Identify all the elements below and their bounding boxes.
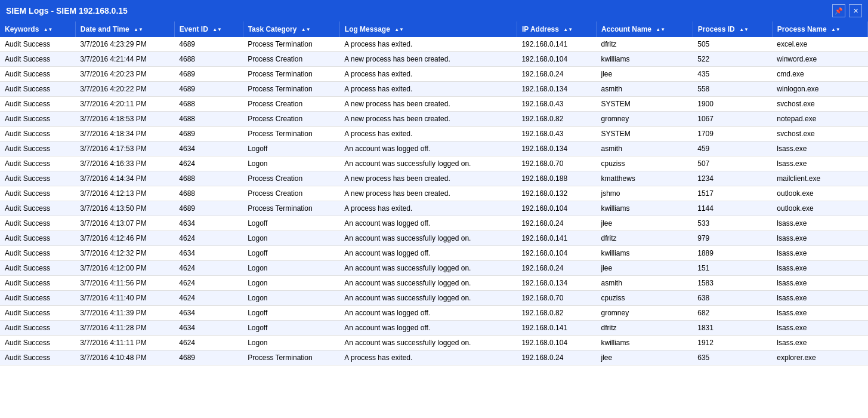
cell-taskCategory: Process Termination <box>243 201 339 216</box>
cell-logMessage: A new process has been created. <box>339 112 517 127</box>
cell-keywords: Audit Success <box>0 67 75 82</box>
cell-ipAddress: 192.168.0.43 <box>517 97 596 112</box>
cell-dateTime: 3/7/2016 4:20:11 PM <box>75 97 174 112</box>
cell-ipAddress: 192.168.0.82 <box>517 112 596 127</box>
cell-processId: 435 <box>693 67 772 82</box>
cell-processName: lsass.exe <box>772 291 867 306</box>
cell-processName: lsass.exe <box>772 336 867 351</box>
cell-processId: 1234 <box>693 171 772 186</box>
cell-dateTime: 3/7/2016 4:11:11 PM <box>75 336 174 351</box>
table-row[interactable]: Audit Success3/7/2016 4:12:13 PM4688Proc… <box>0 186 868 201</box>
cell-logMessage: An account was successfully logged on. <box>339 336 517 351</box>
col-processid[interactable]: Process ID ▲▼ <box>693 21 772 37</box>
cell-processName: svchost.exe <box>772 127 867 142</box>
cell-logMessage: A new process has been created. <box>339 186 517 201</box>
cell-keywords: Audit Success <box>0 171 75 186</box>
cell-processId: 1709 <box>693 127 772 142</box>
col-taskcategory[interactable]: Task Category ▲▼ <box>243 21 339 37</box>
cell-taskCategory: Process Creation <box>243 171 339 186</box>
table-row[interactable]: Audit Success3/7/2016 4:20:11 PM4688Proc… <box>0 97 868 112</box>
cell-accountName: gromney <box>597 112 693 127</box>
table-row[interactable]: Audit Success3/7/2016 4:12:32 PM4634Logo… <box>0 246 868 261</box>
cell-eventId: 4688 <box>174 112 243 127</box>
table-row[interactable]: Audit Success3/7/2016 4:11:39 PM4634Logo… <box>0 306 868 321</box>
cell-ipAddress: 192.168.0.82 <box>517 306 596 321</box>
cell-eventId: 4689 <box>174 37 243 52</box>
cell-accountName: gromney <box>597 306 693 321</box>
cell-logMessage: A process has exited. <box>339 82 517 97</box>
table-row[interactable]: Audit Success3/7/2016 4:12:46 PM4624Logo… <box>0 231 868 246</box>
cell-ipAddress: 192.168.0.24 <box>517 67 596 82</box>
col-ipaddress[interactable]: IP Address ▲▼ <box>517 21 596 37</box>
table-row[interactable]: Audit Success3/7/2016 4:21:44 PM4688Proc… <box>0 52 868 67</box>
cell-taskCategory: Process Termination <box>243 67 339 82</box>
cell-processId: 1900 <box>693 97 772 112</box>
col-processname[interactable]: Process Name ▲▼ <box>772 21 867 37</box>
table-row[interactable]: Audit Success3/7/2016 4:18:34 PM4689Proc… <box>0 127 868 142</box>
cell-logMessage: An account was successfully logged on. <box>339 261 517 276</box>
cell-keywords: Audit Success <box>0 321 75 336</box>
cell-keywords: Audit Success <box>0 231 75 246</box>
cell-accountName: asmith <box>597 82 693 97</box>
cell-accountName: dfritz <box>597 321 693 336</box>
cell-keywords: Audit Success <box>0 142 75 156</box>
table-row[interactable]: Audit Success3/7/2016 4:11:11 PM4624Logo… <box>0 336 868 351</box>
cell-dateTime: 3/7/2016 4:18:53 PM <box>75 112 174 127</box>
cell-eventId: 4634 <box>174 306 243 321</box>
cell-taskCategory: Logoff <box>243 306 339 321</box>
table-row[interactable]: Audit Success3/7/2016 4:11:40 PM4624Logo… <box>0 291 868 306</box>
col-datetime[interactable]: Date and Time ▲▼ <box>75 21 174 37</box>
table-row[interactable]: Audit Success3/7/2016 4:16:33 PM4624Logo… <box>0 156 868 171</box>
table-row[interactable]: Audit Success3/7/2016 4:18:53 PM4688Proc… <box>0 112 868 127</box>
cell-processName: cmd.exe <box>772 67 867 82</box>
cell-dateTime: 3/7/2016 4:13:07 PM <box>75 216 174 231</box>
cell-logMessage: An account was logged off. <box>339 142 517 156</box>
cell-keywords: Audit Success <box>0 37 75 52</box>
cell-taskCategory: Process Creation <box>243 97 339 112</box>
cell-ipAddress: 192.168.0.70 <box>517 291 596 306</box>
title-bar: SIEM Logs - SIEM 192.168.0.15 📌 ✕ <box>0 0 868 21</box>
table-row[interactable]: Audit Success3/7/2016 4:17:53 PM4634Logo… <box>0 142 868 156</box>
table-row[interactable]: Audit Success3/7/2016 4:12:00 PM4624Logo… <box>0 261 868 276</box>
cell-processId: 635 <box>693 351 772 365</box>
cell-logMessage: A new process has been created. <box>339 171 517 186</box>
cell-keywords: Audit Success <box>0 186 75 201</box>
cell-taskCategory: Logon <box>243 276 339 291</box>
cell-ipAddress: 192.168.0.104 <box>517 201 596 216</box>
cell-accountName: jshmo <box>597 186 693 201</box>
table-row[interactable]: Audit Success3/7/2016 4:10:48 PM4689Proc… <box>0 351 868 365</box>
cell-taskCategory: Process Termination <box>243 127 339 142</box>
cell-accountName: dfritz <box>597 37 693 52</box>
cell-keywords: Audit Success <box>0 291 75 306</box>
cell-accountName: cpuziss <box>597 156 693 171</box>
cell-dateTime: 3/7/2016 4:23:29 PM <box>75 37 174 52</box>
cell-dateTime: 3/7/2016 4:12:32 PM <box>75 246 174 261</box>
table-row[interactable]: Audit Success3/7/2016 4:23:29 PM4689Proc… <box>0 37 868 52</box>
table-row[interactable]: Audit Success3/7/2016 4:14:34 PM4688Proc… <box>0 171 868 186</box>
col-accountname[interactable]: Account Name ▲▼ <box>597 21 693 37</box>
cell-taskCategory: Logon <box>243 261 339 276</box>
cell-keywords: Audit Success <box>0 201 75 216</box>
table-row[interactable]: Audit Success3/7/2016 4:13:50 PM4689Proc… <box>0 201 868 216</box>
close-button[interactable]: ✕ <box>849 4 862 17</box>
table-row[interactable]: Audit Success3/7/2016 4:11:28 PM4634Logo… <box>0 321 868 336</box>
cell-taskCategory: Process Termination <box>243 82 339 97</box>
cell-processName: lsass.exe <box>772 306 867 321</box>
cell-accountName: SYSTEM <box>597 97 693 112</box>
col-keywords[interactable]: Keywords ▲▼ <box>0 21 75 37</box>
col-logmessage[interactable]: Log Message ▲▼ <box>339 21 517 37</box>
cell-keywords: Audit Success <box>0 82 75 97</box>
col-eventid[interactable]: Event ID ▲▼ <box>174 21 243 37</box>
table-row[interactable]: Audit Success3/7/2016 4:20:23 PM4689Proc… <box>0 67 868 82</box>
table-row[interactable]: Audit Success3/7/2016 4:13:07 PM4634Logo… <box>0 216 868 231</box>
cell-logMessage: An account was successfully logged on. <box>339 291 517 306</box>
cell-processName: svchost.exe <box>772 97 867 112</box>
pin-button[interactable]: 📌 <box>832 4 845 17</box>
table-row[interactable]: Audit Success3/7/2016 4:11:56 PM4624Logo… <box>0 276 868 291</box>
cell-taskCategory: Process Termination <box>243 351 339 365</box>
table-row[interactable]: Audit Success3/7/2016 4:20:22 PM4689Proc… <box>0 82 868 97</box>
cell-eventId: 4624 <box>174 291 243 306</box>
cell-processName: lsass.exe <box>772 231 867 246</box>
cell-processId: 533 <box>693 216 772 231</box>
cell-processId: 1517 <box>693 186 772 201</box>
